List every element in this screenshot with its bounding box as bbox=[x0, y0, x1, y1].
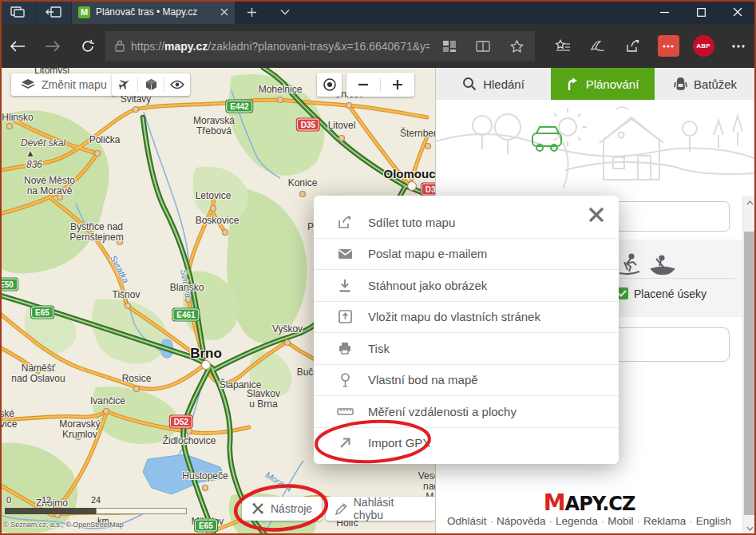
scale-0: 0 bbox=[6, 495, 11, 505]
road-shield: E65 bbox=[31, 307, 53, 319]
adblock-plus-icon[interactable]: ABP bbox=[686, 30, 721, 62]
tab-planning[interactable]: Plánování bbox=[551, 68, 655, 100]
road-shield: E50 bbox=[0, 279, 18, 291]
city-label: Moravská Třebová bbox=[193, 116, 235, 137]
settings-more-icon[interactable] bbox=[721, 30, 756, 62]
pencil-icon bbox=[335, 503, 347, 515]
canoe-icon[interactable] bbox=[650, 254, 675, 276]
web-note-pen-icon[interactable] bbox=[580, 30, 615, 62]
page-extension-icon[interactable] bbox=[436, 34, 463, 58]
browser-toolbar: https://mapy.cz/zakladni?planovani-trasy… bbox=[0, 24, 756, 68]
map-attribution: © Seznam.cz, a.s., © OpenStreetMap bbox=[3, 521, 124, 529]
maximize-button[interactable] bbox=[683, 0, 719, 24]
close-window-button[interactable] bbox=[719, 0, 756, 24]
share-icon bbox=[336, 216, 354, 229]
menu-item-label: Vložit mapu do vlastních stránek bbox=[368, 310, 540, 323]
street-view-eye-icon[interactable] bbox=[164, 80, 190, 89]
footer-link-2[interactable]: Legenda bbox=[556, 515, 598, 527]
city-label: Brno bbox=[190, 347, 222, 362]
city-label: Náměšť nad Oslavou bbox=[11, 363, 65, 384]
locate-me-button[interactable] bbox=[317, 73, 342, 97]
red-extension-icon[interactable] bbox=[651, 30, 686, 62]
options-divider bbox=[608, 278, 735, 279]
address-bar[interactable]: https://mapy.cz/zakladni?planovani-trasy… bbox=[105, 31, 535, 61]
menu-item-label: Import GPX bbox=[368, 436, 430, 450]
menu-item-ruler[interactable]: Měření vzdálenosti a plochy bbox=[314, 395, 619, 427]
scrollbar-thumb[interactable] bbox=[744, 232, 755, 515]
road-shield: E65 bbox=[195, 520, 217, 532]
city-label: Rosice bbox=[122, 374, 152, 384]
flight-view-icon[interactable] bbox=[112, 78, 137, 91]
panel-scrollbar[interactable] bbox=[742, 196, 756, 535]
browser-tab-bar: M Plánovač tras • Mapy.cz bbox=[0, 0, 756, 24]
scroll-up-icon[interactable] bbox=[743, 196, 756, 209]
browser-tab[interactable]: M Plánovač tras • Mapy.cz bbox=[72, 0, 235, 24]
refresh-icon[interactable] bbox=[70, 30, 105, 62]
url-text[interactable]: https://mapy.cz/zakladni?planovani-trasy… bbox=[131, 40, 429, 53]
city-label: Nové Město na Moravě bbox=[24, 176, 75, 196]
view-3d-icon[interactable] bbox=[138, 78, 164, 91]
footer-link-0[interactable]: Odhlásit bbox=[447, 515, 487, 527]
tab-search[interactable]: Hledání bbox=[436, 68, 551, 100]
scroll-down-icon[interactable] bbox=[743, 521, 756, 535]
city-label: Letovice bbox=[196, 191, 232, 201]
city-label: Boskovice bbox=[196, 216, 239, 226]
download-icon bbox=[336, 279, 354, 292]
city-label: Blansko bbox=[170, 283, 204, 293]
menu-item-gpx[interactable]: Import GPX bbox=[314, 427, 619, 459]
cross-country-ski-icon[interactable] bbox=[618, 252, 642, 276]
city-label: Slavkov u Brna bbox=[247, 389, 280, 410]
titlebar-drag-area bbox=[302, 0, 646, 24]
footer-link-4[interactable]: Reklama bbox=[643, 515, 686, 527]
tools-button[interactable]: Nástroje bbox=[242, 497, 322, 521]
planner-illustration bbox=[436, 100, 756, 202]
scale-12: 12 bbox=[42, 495, 51, 505]
back-icon[interactable] bbox=[0, 30, 35, 62]
menu-item-mail[interactable]: Poslat mapu e-mailem bbox=[314, 238, 619, 270]
forward-icon[interactable] bbox=[35, 30, 70, 62]
menu-item-pin[interactable]: Vlastní bod na mapě bbox=[314, 364, 619, 396]
scale-bar-light bbox=[96, 508, 187, 514]
backpack-icon bbox=[674, 77, 687, 92]
report-error-button[interactable]: Nahlásit chybu bbox=[326, 497, 435, 521]
tab-preview-icon[interactable] bbox=[0, 0, 35, 24]
road-shield: E442 bbox=[226, 101, 252, 113]
zoom-controls bbox=[346, 73, 414, 97]
tab-list-chevron-icon[interactable] bbox=[268, 0, 302, 24]
favorite-star-icon[interactable] bbox=[503, 34, 530, 58]
paid-sections-label: Placené úseky bbox=[634, 287, 707, 300]
map-scale: 0 12 24 km bbox=[3, 495, 107, 505]
minimize-button[interactable] bbox=[646, 0, 683, 24]
menu-item-print[interactable]: Tisk bbox=[314, 332, 619, 364]
menu-item-label: Měření vzdálenosti a plochy bbox=[368, 405, 517, 418]
map-tools-group bbox=[112, 73, 190, 96]
hub-favorites-icon[interactable] bbox=[545, 30, 580, 62]
city-label: Vyškov bbox=[272, 324, 303, 335]
zoom-out-button[interactable] bbox=[346, 79, 380, 90]
link-separator: · bbox=[689, 515, 693, 527]
locate-icon bbox=[323, 77, 337, 92]
city-label: Hustopeče bbox=[182, 471, 228, 482]
search-icon bbox=[462, 77, 477, 91]
mapy-logo[interactable]: MAPY.CZ bbox=[436, 489, 742, 516]
footer-link-5[interactable]: English bbox=[696, 515, 731, 527]
footer-link-1[interactable]: Nápověda bbox=[497, 515, 546, 527]
share-page-icon[interactable] bbox=[615, 30, 651, 62]
change-map-button[interactable]: Změnit mapu bbox=[11, 73, 117, 96]
menu-item-label: Vlastní bod na mapě bbox=[368, 373, 478, 386]
menu-item-share[interactable]: Sdílet tuto mapu bbox=[314, 207, 619, 238]
reading-view-icon[interactable] bbox=[469, 34, 497, 58]
set-aside-tabs-icon[interactable] bbox=[36, 0, 71, 24]
zoom-in-button[interactable] bbox=[381, 79, 414, 90]
footer-link-3[interactable]: Mobil bbox=[608, 515, 633, 527]
tab-backpack[interactable]: Batůžek bbox=[655, 68, 756, 100]
panel-tabs: Hledání Plánování Batůžek bbox=[436, 68, 756, 101]
new-tab-button[interactable] bbox=[235, 0, 268, 24]
city-label: Litovel bbox=[328, 121, 356, 131]
tab-close-icon[interactable] bbox=[220, 8, 228, 16]
menu-item-download[interactable]: Stáhnout jako obrázek bbox=[314, 269, 619, 301]
menu-item-embed[interactable]: Vložit mapu do vlastních stránek bbox=[314, 301, 619, 333]
menu-item-label: Stáhnout jako obrázek bbox=[368, 279, 487, 292]
city-label: Konice bbox=[288, 178, 318, 188]
city-label: Bystřice nad Pernštejnem bbox=[69, 222, 123, 243]
